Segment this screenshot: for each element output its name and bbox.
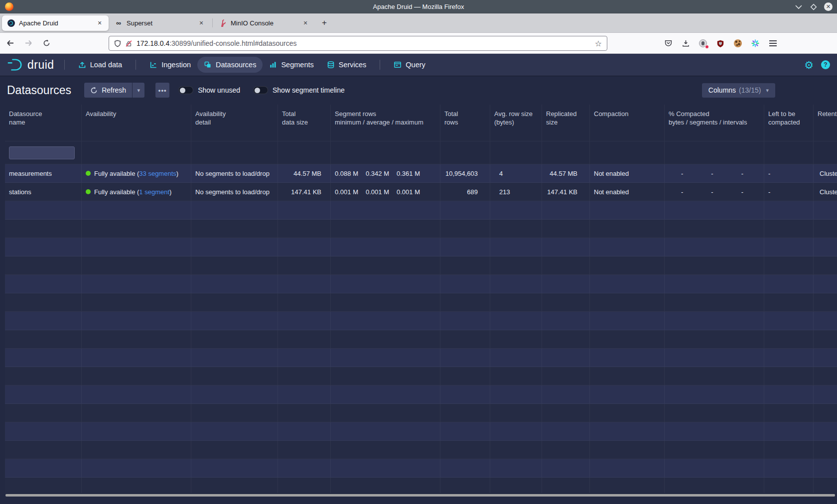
segment-rows-cell: 0.001 M0.001 M0.001 M (331, 183, 440, 201)
tab-minio-console[interactable]: MinIO Console× (214, 15, 314, 31)
table-row-empty (5, 367, 837, 385)
menu-icon[interactable] (768, 39, 777, 48)
column-header-total[interactable]: Totalrows (440, 105, 490, 141)
replicated-size-cell: 44.57 MB (542, 164, 590, 182)
nav-item-label: Query (406, 61, 425, 69)
datasource-name-cell: stations (5, 183, 82, 201)
druid-logo-icon (7, 57, 24, 72)
columns-label: Columns (708, 86, 736, 94)
download-icon[interactable] (681, 39, 690, 48)
column-header-retention[interactable]: Retention (814, 105, 837, 141)
nav-item-ingestion[interactable]: Ingestion (143, 57, 197, 73)
help-icon[interactable]: ? (821, 60, 830, 69)
refresh-button[interactable]: Refresh (84, 83, 132, 98)
horizontal-scrollbar[interactable] (5, 494, 835, 497)
total-rows-cell: 689 (440, 183, 490, 201)
more-button[interactable]: ••• (155, 83, 169, 98)
nav-item-datasources[interactable]: Datasources (197, 57, 263, 73)
table-row-measurements[interactable]: measurementsFully available (33 segments… (5, 164, 837, 183)
nav-item-label: Segments (281, 61, 313, 69)
back-button[interactable] (3, 36, 18, 51)
tab-close-icon[interactable]: × (300, 18, 310, 28)
nav-item-segments[interactable]: Segments (263, 57, 320, 73)
shield-icon[interactable] (114, 40, 121, 47)
extension-asterisk-icon[interactable] (751, 39, 760, 48)
replicated-size-cell: 147.41 KB (542, 183, 590, 201)
column-header-availability[interactable]: Availability (82, 105, 191, 141)
bookmark-star-icon[interactable]: ☆ (595, 39, 602, 48)
column-header-compaction[interactable]: Compaction (590, 105, 665, 141)
total-data-size-cell: 147.41 KB (278, 183, 331, 201)
nav-divider (380, 60, 380, 70)
tab-label: Superset (127, 19, 196, 27)
availability-cell: Fully available (33 segments) (82, 164, 191, 182)
columns-caret-icon: ▾ (766, 87, 769, 94)
tab-close-icon[interactable]: × (196, 18, 206, 28)
favicon-apache-druid (7, 19, 15, 27)
druid-brand[interactable]: druid (7, 57, 54, 72)
insecure-lock-icon[interactable] (126, 40, 132, 47)
tab-superset[interactable]: ∞Superset× (110, 15, 210, 31)
show-unused-toggle-wrap: Show unused (178, 86, 240, 94)
refresh-caret-button[interactable]: ▾ (133, 83, 144, 98)
column-header-datasource[interactable]: Datasourcename (5, 105, 82, 141)
column-header-segment-rows[interactable]: Segment rowsminimum / average / maximum (331, 105, 440, 141)
url-text: 172.18.0.4:30899/unified-console.html#da… (137, 39, 591, 47)
table-row-empty (5, 459, 837, 478)
reload-button[interactable] (39, 36, 54, 51)
availability-cell: Fully available (1 segment) (82, 183, 191, 201)
maximize-icon[interactable] (809, 2, 818, 11)
column-header-avg-row-size[interactable]: Avg. row size(bytes) (490, 105, 542, 141)
refresh-button-group: Refresh ▾ (84, 83, 144, 98)
datasource-name-filter-input[interactable] (9, 146, 75, 159)
refresh-label: Refresh (102, 86, 126, 94)
nav-item-load-data[interactable]: Load data (72, 57, 129, 73)
show-segment-timeline-label: Show segment timeline (273, 86, 345, 94)
tab-close-icon[interactable]: × (95, 18, 105, 28)
table-row-empty (5, 385, 837, 404)
minimize-icon[interactable] (794, 2, 803, 11)
avg-row-size-cell: 4 (490, 164, 542, 182)
nav-item-query[interactable]: Query (387, 57, 432, 73)
segments-link[interactable]: 33 segments (139, 170, 176, 177)
druid-nav-bar: druid Load dataIngestionDatasourcesSegme… (0, 54, 837, 76)
segments-link[interactable]: 1 segment (139, 188, 169, 196)
table-filter-row (5, 141, 837, 164)
extension-blocked-icon[interactable] (698, 39, 707, 48)
total-data-size-cell: 44.57 MB (278, 164, 331, 182)
ublock-icon[interactable] (716, 39, 725, 48)
cookie-icon[interactable] (733, 39, 742, 48)
tab-apache-druid[interactable]: Apache Druid× (2, 15, 109, 31)
settings-gear-icon[interactable]: ⚙ (804, 60, 814, 70)
table-header-row: DatasourcenameAvailabilityAvailabilityde… (5, 105, 837, 141)
table-row-empty (5, 441, 837, 459)
new-tab-button[interactable]: + (317, 16, 331, 30)
show-unused-label: Show unused (198, 86, 240, 94)
show-unused-toggle[interactable] (178, 86, 193, 94)
nav-item-services[interactable]: Services (320, 57, 373, 73)
url-bar[interactable]: 172.18.0.4:30899/unified-console.html#da… (109, 36, 607, 51)
column-header-total[interactable]: Totaldata size (278, 105, 331, 141)
table-row-empty (5, 330, 837, 349)
column-header-replicated[interactable]: Replicatedsize (542, 105, 590, 141)
column-header-left-to-be[interactable]: Left to becompacted (764, 105, 814, 141)
datasources-header: Datasources Refresh ▾ ••• Show unused Sh… (0, 76, 837, 105)
forward-button[interactable] (21, 36, 36, 51)
window-titlebar: Apache Druid — Mozilla Firefox ✕ (0, 0, 837, 13)
columns-button[interactable]: Columns (13/15) ▾ (702, 83, 775, 98)
show-segment-timeline-toggle[interactable] (253, 86, 268, 94)
load-data-icon (78, 61, 86, 69)
table-row-stations[interactable]: stationsFully available (1 segment)No se… (5, 183, 837, 201)
table-row-empty (5, 478, 837, 493)
close-icon[interactable]: ✕ (824, 2, 833, 11)
segments-icon (269, 61, 277, 69)
ingestion-icon (149, 61, 157, 69)
nav-divider (136, 60, 136, 70)
nav-item-label: Ingestion (161, 61, 191, 69)
column-header-compacted[interactable]: % Compactedbytes / segments / intervals (665, 105, 764, 141)
column-header-availability[interactable]: Availabilitydetail (191, 105, 278, 141)
pct-compacted-cell: --- (665, 164, 764, 182)
favicon-superset: ∞ (115, 19, 123, 27)
pocket-icon[interactable] (664, 39, 673, 48)
avg-row-size-cell: 213 (490, 183, 542, 201)
